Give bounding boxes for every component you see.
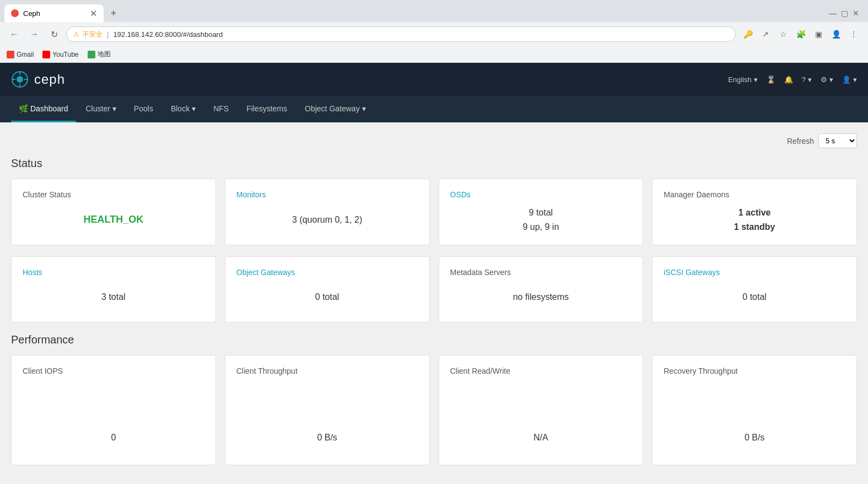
manager-standby: 1 standby: [734, 220, 775, 234]
cluster-status-value: HEALTH_OK: [23, 206, 204, 234]
window-close-button[interactable]: ✕: [853, 9, 859, 18]
reload-button[interactable]: ↻: [46, 26, 62, 42]
object-gateways-title[interactable]: Object Gateways: [236, 268, 418, 277]
hosts-card: Hosts 3 total: [11, 256, 216, 322]
tab-close-button[interactable]: ✕: [90, 8, 97, 19]
nav-dashboard-label: Dashboard: [30, 104, 68, 113]
security-warning-text: 不安全: [83, 30, 103, 39]
nav-item-block[interactable]: Block ▾: [163, 96, 203, 122]
manager-daemons-card: Manager Daemons 1 active 1 standby: [652, 179, 857, 245]
address-bar[interactable]: ⚠ 不安全 | 192.168.142.60:8000/#/dashboard: [66, 26, 736, 42]
url-text: 192.168.142.60:8000/#/dashboard: [113, 30, 729, 39]
performance-cards-grid: Client IOPS 0 Client Throughput 0 B/s Cl…: [11, 355, 857, 465]
extensions-icon[interactable]: 🧩: [793, 26, 808, 42]
manager-daemons-value: 1 active 1 standby: [664, 206, 845, 234]
osds-total: 9 total: [529, 206, 553, 220]
nav-item-filesystems[interactable]: Filesystems: [239, 96, 295, 122]
browser-toolbar: ← → ↻ ⚠ 不安全 | 192.168.142.60:8000/#/dash…: [0, 22, 868, 46]
osds-up-in: 9 up, 9 in: [522, 220, 559, 234]
language-dropdown-icon: ▾: [754, 76, 758, 84]
timer-icon[interactable]: ⌛: [767, 76, 775, 84]
monitors-value: 3 (quorum 0, 1, 2): [236, 206, 418, 234]
osds-value: 9 total 9 up, 9 in: [450, 206, 632, 234]
language-label: English: [728, 76, 752, 84]
status-section-title: Status: [11, 157, 857, 170]
cluster-status-card: Cluster Status HEALTH_OK: [11, 179, 216, 245]
client-iops-title: Client IOPS: [23, 367, 204, 375]
iscsi-gateways-value: 0 total: [664, 283, 845, 311]
client-throughput-value: 0 B/s: [236, 422, 418, 454]
tab-bar: Ceph ✕ + — ▢ ✕: [0, 0, 868, 22]
settings-dropdown-icon: ▾: [829, 76, 833, 84]
gmail-favicon-icon: [7, 51, 14, 58]
help-dropdown-icon: ▾: [808, 76, 812, 84]
user-profile-icon[interactable]: 👤 ▾: [842, 76, 857, 84]
status-cards-row1: Cluster Status HEALTH_OK Monitors 3 (quo…: [11, 179, 857, 245]
recovery-throughput-title: Recovery Throughput: [664, 367, 845, 375]
window-minimize-button[interactable]: —: [829, 9, 837, 18]
more-options-icon[interactable]: ⋮: [846, 26, 861, 42]
metadata-servers-title: Metadata Servers: [450, 268, 632, 277]
osds-title[interactable]: OSDs: [450, 190, 632, 199]
youtube-favicon-icon: [42, 51, 50, 58]
toolbar-icons: 🔑 ↗ ☆ 🧩 ▣ 👤 ⋮: [740, 26, 861, 42]
language-selector[interactable]: English ▾: [728, 76, 758, 84]
iscsi-gateways-title[interactable]: iSCSI Gateways: [664, 268, 845, 277]
client-iops-card: Client IOPS 0: [11, 355, 216, 465]
window-maximize-button[interactable]: ▢: [841, 9, 848, 18]
header-right: English ▾ ⌛ 🔔 ? ▾ ⚙ ▾ 👤 ▾: [728, 76, 857, 84]
status-section: Status Cluster Status HEALTH_OK Monitors…: [11, 157, 857, 322]
password-manager-icon[interactable]: 🔑: [740, 26, 756, 42]
nav-cluster-label: Cluster: [86, 104, 110, 113]
settings-gear-icon[interactable]: ⚙ ▾: [821, 76, 833, 84]
client-readwrite-card: Client Read/Write N/A: [439, 355, 644, 465]
nav-item-dashboard[interactable]: 🌿 Dashboard: [11, 96, 76, 122]
object-gateways-card: Object Gateways 0 total: [225, 256, 430, 322]
object-gateway-dropdown-icon: ▾: [362, 104, 366, 113]
recovery-throughput-card: Recovery Throughput 0 B/s: [652, 355, 857, 465]
manager-active: 1 active: [738, 206, 771, 220]
refresh-bar: Refresh 5 s 10 s 30 s 1 min: [11, 133, 857, 148]
back-button[interactable]: ←: [7, 26, 22, 42]
client-throughput-card: Client Throughput 0 B/s: [225, 355, 430, 465]
bookmark-maps[interactable]: 地图: [88, 50, 111, 59]
object-gateways-value: 0 total: [236, 283, 418, 311]
sidebar-icon[interactable]: ▣: [811, 26, 826, 42]
client-iops-value: 0: [23, 422, 204, 454]
app-name: ceph: [34, 72, 65, 87]
nav-nfs-label: NFS: [213, 104, 229, 113]
bookmark-youtube-label: YouTube: [52, 51, 78, 58]
recovery-throughput-value: 0 B/s: [664, 422, 845, 454]
bookmark-star-icon[interactable]: ☆: [775, 26, 791, 42]
dashboard-leaf-icon: 🌿: [19, 104, 28, 113]
manager-daemons-title: Manager Daemons: [664, 190, 845, 199]
maps-favicon-icon: [88, 51, 95, 58]
forward-button[interactable]: →: [26, 26, 42, 42]
hosts-value: 3 total: [23, 283, 204, 311]
share-icon[interactable]: ↗: [758, 26, 773, 42]
svg-point-1: [17, 76, 23, 83]
main-content: Refresh 5 s 10 s 30 s 1 min Status Clust…: [0, 122, 868, 476]
nav-item-object-gateway[interactable]: Object Gateway ▾: [297, 96, 374, 122]
help-button[interactable]: ? ▾: [802, 76, 812, 84]
cluster-dropdown-icon: ▾: [112, 104, 116, 113]
nav-item-nfs[interactable]: NFS: [206, 96, 236, 122]
notifications-bell-icon[interactable]: 🔔: [784, 76, 793, 84]
app-logo: ceph: [11, 71, 65, 88]
bookmark-gmail[interactable]: Gmail: [7, 51, 34, 58]
new-tab-button[interactable]: +: [106, 6, 121, 21]
nav-item-cluster[interactable]: Cluster ▾: [78, 96, 124, 122]
nav-item-pools[interactable]: Pools: [126, 96, 161, 122]
cluster-status-title: Cluster Status: [23, 190, 204, 199]
refresh-select[interactable]: 5 s 10 s 30 s 1 min: [818, 133, 857, 148]
bookmark-youtube[interactable]: YouTube: [42, 51, 78, 58]
tab-title: Ceph: [23, 9, 85, 18]
monitors-title[interactable]: Monitors: [236, 190, 418, 199]
client-throughput-title: Client Throughput: [236, 367, 418, 375]
block-dropdown-icon: ▾: [192, 104, 196, 113]
user-dropdown-icon: ▾: [853, 76, 857, 84]
nav-bar: 🌿 Dashboard Cluster ▾ Pools Block ▾ NFS …: [0, 96, 868, 122]
hosts-title[interactable]: Hosts: [23, 268, 204, 277]
browser-tab-ceph[interactable]: Ceph ✕: [4, 4, 104, 22]
profile-icon[interactable]: 👤: [828, 26, 844, 42]
